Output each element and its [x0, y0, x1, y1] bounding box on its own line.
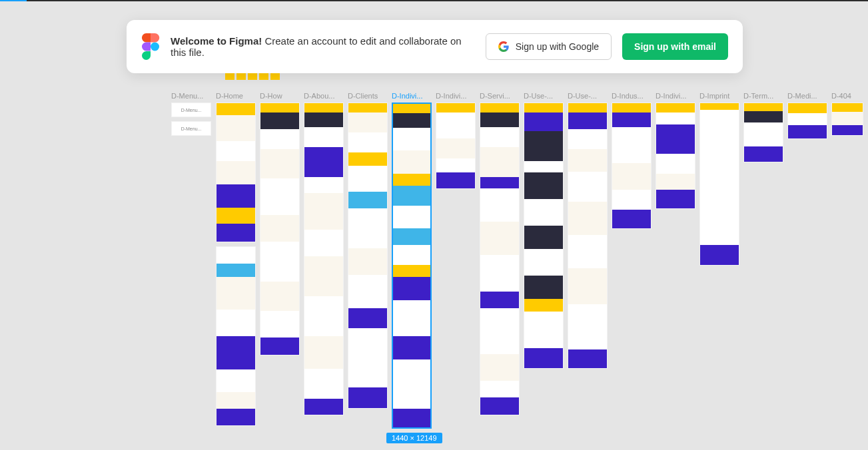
- button-label: Sign up with Google: [516, 41, 599, 52]
- frame-thumbnail[interactable]: [524, 103, 564, 369]
- frame-individual-3[interactable]: D-Indivi...: [655, 92, 695, 209]
- frame-label: D-Medi...: [787, 92, 827, 100]
- frame-thumbnail[interactable]: [260, 103, 300, 355]
- frame-label: D-Abou...: [304, 92, 344, 100]
- frame-label: D-Home: [216, 92, 256, 100]
- frame-label: D-Menu...: [171, 92, 211, 100]
- frame-thumbnail[interactable]: [304, 103, 344, 415]
- signup-email-button[interactable]: Sign up with email: [622, 33, 728, 60]
- frame-label: D-How: [260, 92, 300, 100]
- frame-thumbnail[interactable]: [216, 246, 256, 426]
- frame-label: D-Term...: [743, 92, 783, 100]
- frame-label: D-Indivi...: [392, 92, 432, 100]
- frame-services[interactable]: D-Servi...: [480, 92, 520, 415]
- frame-thumbnail[interactable]: [392, 103, 432, 429]
- frame-label: D-Servi...: [480, 92, 520, 100]
- google-icon: [498, 41, 509, 52]
- frame-thumbnail[interactable]: [612, 103, 651, 229]
- frame-thumbnail[interactable]: [831, 103, 863, 136]
- frame-thumbnail[interactable]: [480, 103, 520, 415]
- frame-thumbnail[interactable]: [436, 103, 476, 189]
- frame-menu[interactable]: D-Menu... D-Menu... D-Menu...: [171, 92, 211, 136]
- frame-thumbnail[interactable]: [348, 103, 388, 409]
- frame-404[interactable]: D-404: [831, 92, 863, 136]
- button-label: Sign up with email: [634, 41, 716, 52]
- frame-label: D-Indivi...: [655, 92, 695, 100]
- frame-label: D-Use-...: [568, 92, 608, 100]
- frame-clients[interactable]: D-Clients: [348, 92, 388, 409]
- frame-thumbnail[interactable]: [743, 103, 783, 162]
- signup-google-button[interactable]: Sign up with Google: [486, 33, 612, 60]
- frame-home[interactable]: D-Home: [216, 92, 256, 426]
- frame-thumbnail[interactable]: [216, 103, 256, 242]
- frame-label: D-Clients: [348, 92, 388, 100]
- frame-thumbnail[interactable]: [699, 103, 739, 266]
- frame-label: D-Indus...: [612, 92, 651, 100]
- canvas-artifact: [225, 73, 285, 80]
- frame-about[interactable]: D-Abou...: [304, 92, 344, 415]
- frame-individual-2[interactable]: D-Indivi...: [436, 92, 476, 189]
- frame-use-1[interactable]: D-Use-...: [524, 92, 564, 369]
- frame-label: D-Indivi...: [436, 92, 476, 100]
- welcome-banner: Welcome to Figma! Create an account to e…: [127, 20, 743, 73]
- frame-individual-selected[interactable]: D-Indivi...: [392, 92, 432, 429]
- frame-thumbnail[interactable]: D-Menu...: [171, 103, 211, 117]
- frame-industries[interactable]: D-Indus...: [612, 92, 651, 229]
- welcome-text: Welcome to Figma! Create an account to e…: [171, 35, 475, 58]
- frame-terms[interactable]: D-Term...: [743, 92, 783, 162]
- frame-how[interactable]: D-How: [260, 92, 300, 355]
- frame-thumbnail[interactable]: D-Menu...: [171, 121, 211, 136]
- frame-thumbnail[interactable]: [655, 103, 695, 209]
- frame-media[interactable]: D-Medi...: [787, 92, 827, 139]
- frame-imprint[interactable]: D-Imprint: [699, 92, 739, 266]
- figma-logo-icon: [141, 33, 160, 60]
- frame-use-2[interactable]: D-Use-...: [568, 92, 608, 369]
- frame-thumbnail[interactable]: [568, 103, 608, 369]
- frame-label: D-Use-...: [524, 92, 564, 100]
- frame-label: D-404: [831, 92, 863, 100]
- selection-dimensions-badge: 1440 × 12149: [386, 433, 442, 443]
- frame-thumbnail[interactable]: [787, 103, 827, 139]
- frame-label: D-Imprint: [699, 92, 739, 100]
